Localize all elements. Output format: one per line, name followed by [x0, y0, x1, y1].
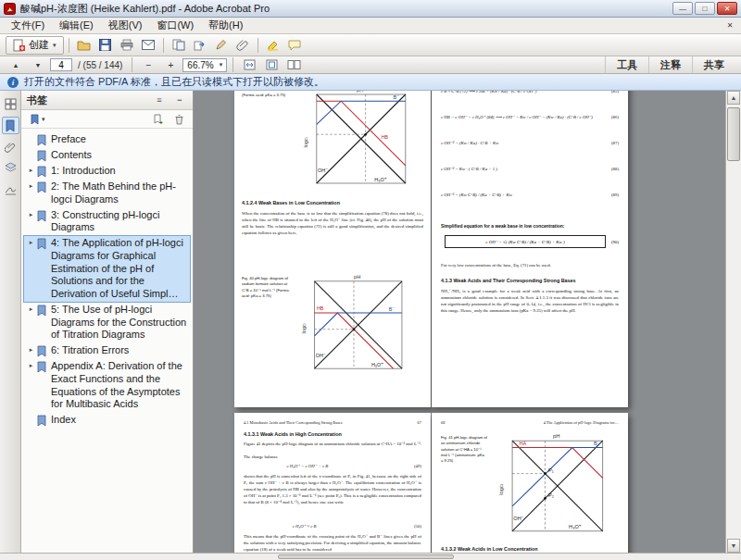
email-icon	[142, 40, 155, 50]
fig40-hb-label: HB	[317, 305, 324, 311]
equation-89: c OH⁻² = (Kw C°B) / (Ka + C°B) + Kw (89)	[441, 193, 619, 197]
horizontal-scrollbar[interactable]	[0, 553, 741, 560]
document-viewport[interactable]: at C°B = 10⁻³ mol L⁻¹ (Formic acid: pKa …	[194, 91, 725, 553]
bookmark-item-index[interactable]: Index	[24, 413, 190, 428]
document-close-icon[interactable]: ✕	[722, 19, 737, 32]
collapse-panel-button[interactable]: −	[172, 93, 187, 107]
scroll-up-button[interactable]: ▲	[727, 91, 740, 105]
page-number-input[interactable]	[50, 58, 72, 71]
pdf-page-bottom-left: 4.1 Monobasic Acids and Their Correspond…	[234, 413, 431, 553]
bookmarks-panel-header: 书签 ≡ −	[21, 91, 193, 110]
expand-arrow-icon[interactable]: ▸	[26, 344, 36, 355]
sticky-note-icon	[288, 40, 301, 51]
menu-edit[interactable]: 编辑(E)	[52, 18, 101, 33]
menu-view[interactable]: 视图(V)	[101, 18, 150, 33]
menu-window[interactable]: 窗口(W)	[149, 18, 201, 33]
bookmark-icon	[36, 415, 48, 427]
two-page-view-button[interactable]	[283, 56, 304, 74]
maximize-button[interactable]: □	[695, 2, 715, 15]
boxed-equation-90: c OH⁻ = √( (Kw C°B) / (Ka + C°B) + Kw ) …	[445, 235, 619, 248]
pdf-page-top-right: c B ≈ C°B (72) ⟶ c HB = (Kw / Ka) · (C°B…	[432, 91, 628, 407]
page-thumbnails-button[interactable]	[2, 95, 19, 113]
expand-arrow-icon[interactable]: ▸	[26, 209, 36, 219]
combine-files-button[interactable]	[169, 36, 189, 55]
bookmark-item-ch2[interactable]: ▸ 2: The Math Behind the pH-logci Diagra…	[24, 180, 190, 207]
expand-arrow-icon[interactable]: ▸	[26, 180, 36, 191]
expand-spacer	[26, 149, 36, 151]
new-bookmark-button[interactable]	[149, 112, 168, 127]
fit-page-button[interactable]	[261, 56, 282, 74]
expand-spacer	[26, 414, 36, 416]
fig39-caption: at C°B = 10⁻³ mol L⁻¹ (Formic acid: pKa …	[242, 91, 290, 99]
fig39-x-axis-label: pH	[357, 91, 363, 93]
save-file-button[interactable]	[95, 36, 116, 55]
pdf-page-top-left: at C°B = 10⁻³ mol L⁻¹ (Formic acid: pKa …	[234, 91, 431, 407]
comment-panel-button[interactable]: 注释	[648, 56, 692, 73]
panel-menu-button[interactable]: ≡	[152, 93, 167, 107]
bookmark-label: 6: Titration Errors	[51, 344, 188, 357]
vertical-scrollbar[interactable]: ▲ ▼	[725, 91, 741, 553]
zoom-in-button[interactable]: +	[160, 56, 181, 74]
open-file-button[interactable]	[74, 36, 94, 55]
bookmark-item-ch5[interactable]: ▸ 5: The Use of pH-logci Diagrams for th…	[24, 303, 190, 342]
bookmarks-panel: 书签 ≡ − ▾ Preface	[21, 91, 194, 553]
bookmark-item-ch4-selected[interactable]: ▸ 4: The Application of pH-logci Diagram…	[24, 236, 190, 302]
menu-file[interactable]: 文件(F)	[4, 18, 52, 33]
minimize-button[interactable]: —	[672, 2, 693, 15]
menu-help[interactable]: 帮助(H)	[201, 18, 250, 33]
equation-number: (85)	[611, 91, 619, 93]
export-pdf-button[interactable]	[190, 36, 210, 55]
panel-tabs: 工具 注释 共享	[605, 56, 735, 73]
zoom-out-button[interactable]: −	[138, 56, 158, 74]
fit-page-icon	[266, 59, 278, 70]
expand-arrow-icon[interactable]: ▸	[26, 237, 36, 247]
attachments-panel-button[interactable]	[2, 138, 19, 156]
highlight-text-button[interactable]	[263, 36, 283, 55]
expand-arrow-icon[interactable]: ▸	[26, 304, 36, 314]
share-panel-button[interactable]: 共享	[692, 56, 735, 73]
sign-button[interactable]	[211, 36, 232, 55]
close-button[interactable]: ✕	[717, 2, 737, 15]
layers-panel-button[interactable]	[2, 159, 19, 177]
scroll-down-button[interactable]: ▼	[727, 539, 740, 553]
navigation-pane-strip	[0, 91, 21, 553]
email-button[interactable]	[138, 36, 158, 55]
horizontal-scrollbar-thumb[interactable]	[278, 554, 454, 559]
delete-bookmark-button[interactable]	[170, 112, 188, 127]
zoom-level-select[interactable]: 66.7% ▾	[182, 58, 227, 72]
previous-page-button[interactable]: ▲	[6, 56, 26, 74]
bookmark-item-contents[interactable]: Contents	[24, 148, 190, 163]
fig41-caption: Fig. 41 pH-logcᵢ diagram of an ammonium …	[441, 435, 487, 464]
add-note-button[interactable]	[284, 36, 305, 55]
bookmarks-tree: Preface Contents ▸ 1: Introduction ▸ 2: …	[21, 129, 193, 553]
vertical-scrollbar-thumb[interactable]	[727, 107, 740, 161]
bookmark-item-ch6[interactable]: ▸ 6: Titration Errors	[24, 343, 190, 358]
bookmark-item-ch1[interactable]: ▸ 1: Introduction	[24, 164, 190, 179]
expand-arrow-icon[interactable]: ▸	[26, 165, 36, 175]
bookmark-options-button[interactable]: ▾	[26, 112, 49, 127]
equation-86: c HB = c OH⁻ − c H₃O⁺ (84) ⟶ c OH⁻ − Kw …	[441, 115, 619, 119]
fig41-x-axis-label: pH	[553, 433, 559, 439]
bookmark-icon	[36, 150, 48, 162]
attachments-icon	[5, 141, 16, 153]
expand-arrow-icon[interactable]: ▸	[26, 360, 36, 370]
attach-file-button[interactable]	[232, 36, 253, 55]
fig40-b-label: B⁻	[389, 306, 396, 312]
bookmark-item-appendix-a[interactable]: ▸ Appendix A: Derivation of the Exact Fu…	[24, 359, 190, 412]
layers-icon	[5, 162, 17, 174]
next-page-button[interactable]: ▼	[28, 56, 48, 74]
bookmark-label: 2: The Math Behind the pH-logci Diagrams	[51, 180, 188, 206]
fit-width-button[interactable]	[239, 56, 259, 74]
bookmarks-panel-button[interactable]	[2, 117, 19, 134]
two-page-view-icon	[287, 59, 301, 70]
tools-panel-button[interactable]: 工具	[605, 56, 648, 73]
bookmarks-panel-title: 书签	[27, 93, 47, 107]
signatures-panel-button[interactable]	[2, 180, 19, 198]
bookmark-item-ch3[interactable]: ▸ 3: Constructing pH-logci Diagrams	[24, 208, 190, 236]
fig41-p1-label: P₁	[548, 467, 554, 473]
create-pdf-button[interactable]: 创建 ▾	[6, 36, 64, 55]
equation-body: c OH⁻² = (Kw C°B) / (Ka + C°B) + Kw	[441, 193, 512, 197]
print-button[interactable]	[117, 36, 137, 55]
bookmark-label: 5: The Use of pH-logci Diagrams for the …	[51, 304, 188, 342]
bookmark-item-preface[interactable]: Preface	[24, 132, 190, 147]
